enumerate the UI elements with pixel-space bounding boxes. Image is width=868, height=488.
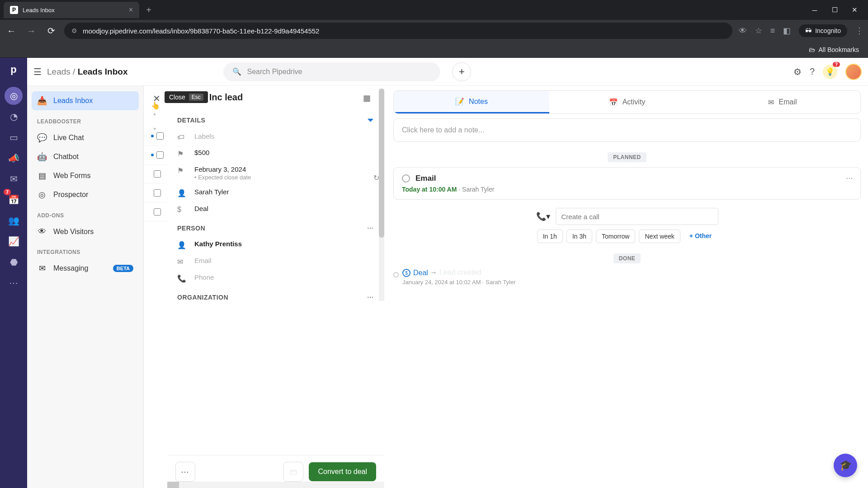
help-icon[interactable]: ?: [810, 66, 815, 77]
tab-email[interactable]: ✉ Email: [705, 91, 860, 113]
reload-icon[interactable]: ⟳: [44, 25, 58, 36]
user-avatar[interactable]: [845, 64, 862, 80]
list-row[interactable]: [144, 183, 170, 202]
section-person: PERSON ⋯: [167, 217, 384, 236]
more-actions-button[interactable]: ⋯: [175, 462, 195, 482]
next-lead-icon[interactable]: ˅: [147, 125, 162, 137]
browser-tab[interactable]: P Leads Inbox ×: [4, 2, 139, 18]
field-value[interactable]: ⚑ $500: [167, 145, 384, 162]
tab-notes[interactable]: 📝 Notes: [394, 91, 549, 113]
folder-icon: 🗁: [809, 46, 815, 53]
field-person-email[interactable]: ✉ Email: [167, 253, 384, 270]
sidebar: 📥 Leads Inbox LEADBOOSTER 💬 Live Chat 🤖 …: [27, 58, 144, 488]
bookmarks-bar: 🗁 All Bookmarks: [0, 42, 868, 58]
forward-icon[interactable]: →: [24, 26, 38, 36]
search-input[interactable]: 🔍 Search Pipedrive: [223, 62, 440, 81]
help-fab[interactable]: 🎓: [834, 454, 857, 477]
maximize-icon[interactable]: ☐: [830, 6, 839, 14]
rail-contacts-icon[interactable]: 👥: [5, 211, 23, 230]
pipedrive-logo-icon[interactable]: p: [7, 63, 20, 76]
side-panel-icon[interactable]: ◧: [783, 26, 791, 36]
eye-off-icon[interactable]: 👁: [739, 26, 747, 36]
rail-activities-icon[interactable]: 7📅: [5, 191, 23, 209]
row-checkbox[interactable]: [156, 151, 164, 159]
close-window-icon[interactable]: ✕: [850, 6, 859, 14]
address-bar: ← → ⟳ ⚙ moodjoy.pipedrive.com/leads/inbo…: [0, 20, 868, 42]
list-row[interactable]: [144, 145, 170, 164]
field-deal[interactable]: $ Deal: [167, 201, 384, 217]
filter-icon[interactable]: ⏷: [367, 116, 375, 124]
sidebar-item-prospector[interactable]: ◎ Prospector: [32, 185, 139, 204]
chat-icon: 💬: [37, 133, 47, 143]
chip-tomorrow[interactable]: Tomorrow: [596, 230, 635, 243]
field-person-name[interactable]: 👤 Kathy Prentiss: [167, 236, 384, 253]
prev-lead-icon[interactable]: ˄: [147, 110, 162, 123]
sidebar-heading: INTEGRATIONS: [32, 241, 139, 259]
phone-icon: 📞: [177, 273, 186, 283]
row-checkbox[interactable]: [154, 170, 161, 178]
breadcrumb-root[interactable]: Leads: [47, 67, 71, 76]
minimize-icon[interactable]: ─: [810, 6, 819, 14]
field-labels[interactable]: 🏷 Labels: [167, 129, 384, 145]
create-call-input[interactable]: [556, 208, 718, 225]
rail-leads-icon[interactable]: ◎: [5, 87, 23, 105]
all-bookmarks-button[interactable]: 🗁 All Bookmarks: [809, 46, 859, 53]
sidebar-toggle-icon[interactable]: ☰: [33, 66, 42, 77]
rail-mail-icon[interactable]: ✉: [5, 170, 23, 188]
site-settings-icon[interactable]: ⚙: [71, 27, 77, 34]
row-checkbox[interactable]: [154, 208, 161, 216]
rail-deals-icon[interactable]: ◔: [5, 108, 23, 126]
field-person-phone[interactable]: 📞 Phone: [167, 270, 384, 286]
url-field[interactable]: ⚙ moodjoy.pipedrive.com/leads/inbox/9b83…: [64, 23, 732, 39]
chip-in-3h[interactable]: In 3h: [566, 230, 592, 243]
rail-campaigns-icon[interactable]: 📣: [5, 149, 23, 167]
planned-activity-card[interactable]: ⋯ Email Today at 10:00 AM · Sarah Tyler: [393, 167, 861, 200]
field-close-date[interactable]: ⚑ February 3, 2024 Expected close date: [167, 162, 384, 184]
sidebar-item-web-visitors[interactable]: 👁 Web Visitors: [32, 222, 139, 241]
chip-next-week[interactable]: Next week: [639, 230, 680, 243]
list-row[interactable]: [144, 202, 170, 221]
convert-to-deal-button[interactable]: Convert to deal: [309, 462, 376, 481]
deal-link[interactable]: $ Deal: [402, 269, 428, 277]
form-icon: ▤: [37, 171, 47, 181]
cursor-pointer-icon: 👆: [151, 101, 160, 110]
sidebar-item-leads-inbox[interactable]: 📥 Leads Inbox: [32, 91, 139, 110]
row-checkbox[interactable]: [154, 189, 161, 197]
sidebar-item-chatbot[interactable]: 🤖 Chatbot: [32, 147, 139, 166]
chip-other[interactable]: + Other: [684, 230, 717, 243]
archive-button[interactable]: 🗃: [283, 462, 303, 482]
rail-more-icon[interactable]: ⋯: [5, 274, 23, 292]
back-icon[interactable]: ←: [5, 26, 18, 36]
close-tab-icon[interactable]: ×: [129, 6, 133, 14]
inbox-icon: 📥: [37, 96, 47, 106]
rail-projects-icon[interactable]: ▭: [5, 128, 23, 146]
call-icon[interactable]: 📞▾: [536, 211, 550, 221]
list-row[interactable]: [144, 164, 170, 183]
new-tab-button[interactable]: +: [142, 3, 156, 17]
section-menu-icon[interactable]: ⋯: [367, 225, 374, 232]
incognito-chip[interactable]: 🕶 Incognito: [799, 24, 847, 37]
section-menu-icon[interactable]: ⋯: [367, 294, 374, 301]
sales-assistant-icon[interactable]: 💡?: [823, 65, 837, 79]
chip-in-1h[interactable]: In 1h: [537, 230, 563, 243]
sidebar-item-live-chat[interactable]: 💬 Live Chat: [32, 128, 139, 147]
sidebar-item-messaging[interactable]: ✉ Messaging BETA: [32, 259, 139, 278]
bookmark-star-icon[interactable]: ☆: [755, 26, 762, 36]
rail-insights-icon[interactable]: 📈: [5, 232, 23, 250]
card-menu-icon[interactable]: ⋯: [846, 174, 854, 183]
browser-menu-icon[interactable]: ⋮: [855, 26, 863, 36]
horizontal-scrollbar[interactable]: [167, 482, 384, 488]
sidebar-item-web-forms[interactable]: ▤ Web Forms: [32, 166, 139, 185]
sidebar-heading: ADD-ONS: [32, 204, 139, 222]
scrollbar-thumb[interactable]: [167, 482, 179, 488]
rail-products-icon[interactable]: ⬣: [5, 253, 23, 271]
note-input[interactable]: Click here to add a note...: [393, 118, 861, 142]
field-owner[interactable]: 👤 Sarah Tyler: [167, 184, 384, 201]
quick-add-button[interactable]: +: [452, 62, 471, 81]
extensions-icon[interactable]: ⚙: [793, 66, 802, 77]
scrollbar-thumb[interactable]: [379, 89, 384, 238]
activity-done-radio[interactable]: [402, 174, 410, 183]
tab-activity[interactable]: 📅 Activity: [549, 91, 705, 113]
layout-toggle-icon[interactable]: ▦: [363, 93, 371, 103]
reading-list-icon[interactable]: ≡: [770, 26, 775, 36]
